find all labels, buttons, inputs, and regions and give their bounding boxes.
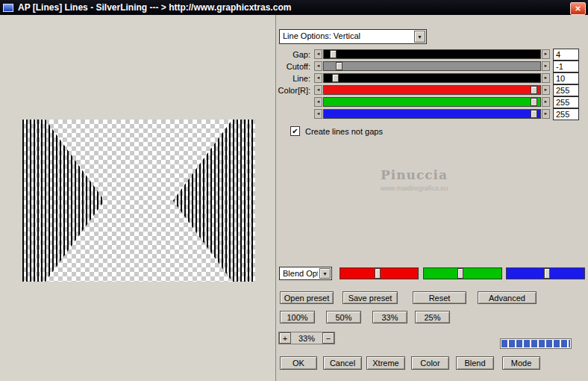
zoom-50-button[interactable]: 50% [326, 311, 361, 323]
color-b-right-arrow-icon[interactable]: ► [542, 109, 550, 119]
blend-green-slider[interactable] [423, 267, 502, 279]
watermark-url: www.maidiregrafica.eu [343, 185, 485, 192]
blend-blue-thumb[interactable] [544, 268, 550, 279]
line-value-field[interactable]: 10 [553, 72, 579, 84]
blend-blue-slider[interactable] [506, 267, 585, 279]
color-r-slider: ◄ ► [314, 85, 550, 95]
save-preset-button[interactable]: Save preset [343, 291, 398, 304]
mode-button[interactable]: Mode [502, 356, 540, 370]
lines-pattern-right [173, 120, 255, 282]
reset-button[interactable]: Reset [413, 291, 466, 304]
line-slider-thumb[interactable] [332, 74, 339, 82]
color-b-slider-thumb[interactable] [531, 110, 537, 118]
color-r-left-arrow-icon[interactable]: ◄ [314, 85, 322, 95]
blend-button[interactable]: Blend [456, 356, 494, 370]
color-r-value-field[interactable]: 255 [553, 84, 579, 96]
gap-slider-track[interactable] [323, 49, 541, 59]
close-button[interactable]: ✕ [570, 2, 586, 15]
line-slider-track[interactable] [323, 73, 541, 83]
color-g-left-arrow-icon[interactable]: ◄ [314, 97, 322, 107]
color-g-right-arrow-icon[interactable]: ► [542, 97, 550, 107]
blend-options-dropdown[interactable]: Blend Opti ▼ [279, 267, 332, 280]
zoom-25-button[interactable]: 25% [415, 311, 450, 323]
cutoff-slider-track[interactable] [323, 61, 541, 71]
chevron-down-icon: ▼ [319, 268, 331, 279]
open-preset-button[interactable]: Open preset [280, 291, 334, 304]
cutoff-right-arrow-icon[interactable]: ► [542, 61, 550, 71]
blend-red-slider[interactable] [340, 267, 419, 279]
color-r-slider-thumb[interactable] [531, 86, 537, 94]
preview-image[interactable] [22, 120, 255, 282]
advanced-button[interactable]: Advanced [478, 291, 537, 304]
color-g-slider: ◄ ► [314, 97, 550, 107]
create-lines-checkbox-label: Create lines not gaps [305, 127, 383, 136]
color-r-slider-label: Color[R]: [263, 86, 310, 95]
color-g-slider-thumb[interactable] [531, 98, 537, 106]
cutoff-slider-label: Cutoff: [263, 62, 310, 71]
color-r-slider-track[interactable] [323, 85, 541, 95]
cutoff-slider: ◄ ► [314, 61, 550, 71]
line-slider: ◄ ► [314, 73, 550, 83]
cancel-button[interactable]: Cancel [323, 356, 362, 370]
zoom-stepper: + 33% − [278, 332, 335, 344]
title-bar[interactable]: AP [Lines] Lines - SilverLining --- > ht… [0, 0, 588, 15]
gap-left-arrow-icon[interactable]: ◄ [314, 49, 322, 59]
color-r-right-arrow-icon[interactable]: ► [542, 85, 550, 95]
progress-fill [501, 340, 570, 347]
line-options-selected: Line Options: Vertical [283, 31, 413, 40]
cutoff-value-field[interactable]: -1 [553, 61, 579, 72]
color-b-left-arrow-icon[interactable]: ◄ [314, 109, 322, 119]
lines-pattern-left [22, 120, 104, 282]
color-b-slider: ◄ ► [314, 109, 550, 119]
blend-red-thumb[interactable] [375, 268, 381, 279]
color-b-slider-track[interactable] [323, 109, 541, 119]
app-icon [3, 4, 13, 12]
zoom-out-button[interactable]: − [322, 332, 334, 344]
blend-green-thumb[interactable] [457, 268, 463, 279]
zoom-33-button[interactable]: 33% [372, 311, 407, 323]
gap-slider-thumb[interactable] [330, 50, 337, 58]
line-left-arrow-icon[interactable]: ◄ [314, 73, 322, 83]
cutoff-left-arrow-icon[interactable]: ◄ [314, 61, 322, 71]
line-right-arrow-icon[interactable]: ► [542, 73, 550, 83]
chevron-down-icon: ▼ [414, 31, 425, 43]
blend-options-selected: Blend Opti [283, 269, 318, 278]
xtreme-button[interactable]: Xtreme [366, 356, 405, 370]
color-b-value-field[interactable]: 255 [553, 108, 579, 120]
color-button[interactable]: Color [411, 356, 449, 370]
gap-slider: ◄ ► [314, 49, 550, 59]
gap-value-field[interactable]: 4 [553, 49, 579, 61]
zoom-in-button[interactable]: + [279, 332, 291, 344]
gap-slider-label: Gap: [263, 50, 310, 59]
gap-right-arrow-icon[interactable]: ► [542, 49, 550, 59]
window-title: AP [Lines] Lines - SilverLining --- > ht… [18, 2, 291, 13]
watermark-name: Pinuccia [343, 167, 485, 182]
zoom-value: 33% [291, 332, 322, 344]
progress-bar [500, 338, 572, 349]
cutoff-slider-thumb[interactable] [336, 62, 343, 70]
zoom-100-button[interactable]: 100% [280, 311, 315, 323]
color-g-slider-track[interactable] [323, 97, 541, 107]
color-g-value-field[interactable]: 255 [553, 96, 579, 108]
plugin-window: AP [Lines] Lines - SilverLining --- > ht… [0, 0, 588, 381]
preview-pane [0, 15, 275, 381]
create-lines-checkbox[interactable]: ✔ [290, 126, 300, 136]
check-icon: ✔ [292, 127, 298, 135]
line-options-dropdown[interactable]: Line Options: Vertical ▼ [279, 29, 427, 44]
line-slider-label: Line: [263, 74, 310, 83]
ok-button[interactable]: OK [280, 356, 317, 370]
